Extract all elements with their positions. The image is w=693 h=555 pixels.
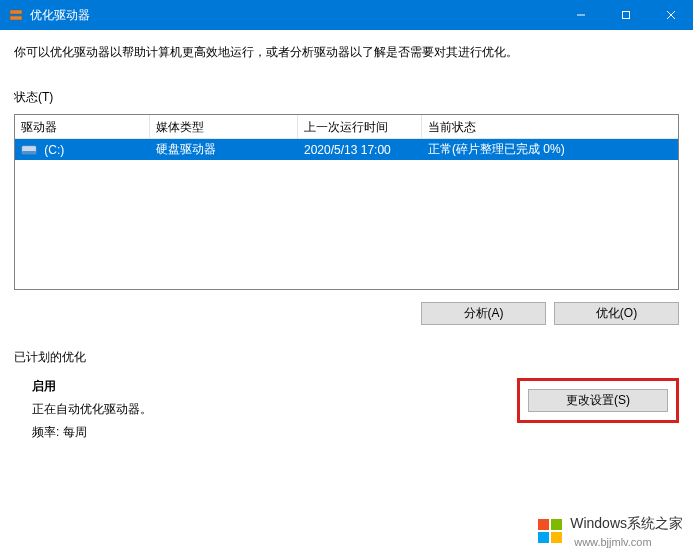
titlebar: 优化驱动器	[0, 0, 693, 30]
windows-logo-icon	[536, 517, 564, 548]
analyze-button[interactable]: 分析(A)	[421, 302, 546, 325]
minimize-button[interactable]	[558, 0, 603, 30]
table-header: 驱动器 媒体类型 上一次运行时间 当前状态	[15, 115, 678, 139]
drive-icon	[21, 144, 37, 156]
svg-point-3	[19, 17, 21, 19]
scheduled-enabled: 启用	[32, 378, 517, 395]
description-text: 你可以优化驱动器以帮助计算机更高效地运行，或者分析驱动器以了解是否需要对其进行优…	[14, 44, 679, 61]
close-button[interactable]	[648, 0, 693, 30]
window-title: 优化驱动器	[30, 7, 558, 24]
optimize-button[interactable]: 优化(O)	[554, 302, 679, 325]
drive-table: 驱动器 媒体类型 上一次运行时间 当前状态 (C:) 硬盘驱动器 2020/5/…	[14, 114, 679, 290]
table-row[interactable]: (C:) 硬盘驱动器 2020/5/13 17:00 正常(碎片整理已完成 0%…	[15, 139, 678, 160]
header-drive[interactable]: 驱动器	[15, 115, 150, 138]
content-area: 你可以优化驱动器以帮助计算机更高效地运行，或者分析驱动器以了解是否需要对其进行优…	[0, 30, 693, 441]
svg-rect-10	[538, 519, 549, 530]
scheduled-info: 启用 正在自动优化驱动器。 频率: 每周	[14, 378, 517, 441]
header-media[interactable]: 媒体类型	[150, 115, 298, 138]
svg-rect-9	[22, 151, 36, 154]
svg-rect-11	[551, 519, 562, 530]
scheduled-section: 已计划的优化 启用 正在自动优化驱动器。 频率: 每周 更改设置(S)	[14, 349, 679, 441]
cell-drive: (C:)	[15, 141, 150, 159]
svg-point-2	[19, 11, 21, 13]
watermark-url: www.bjjmlv.com	[574, 536, 651, 548]
header-lastrun[interactable]: 上一次运行时间	[298, 115, 422, 138]
svg-rect-12	[538, 532, 549, 543]
scheduled-freq: 频率: 每周	[32, 424, 517, 441]
window-controls	[558, 0, 693, 30]
maximize-button[interactable]	[603, 0, 648, 30]
svg-rect-5	[622, 12, 629, 19]
status-label: 状态(T)	[14, 89, 679, 106]
header-status[interactable]: 当前状态	[422, 115, 678, 138]
watermark-text: Windows系统之家	[570, 515, 683, 531]
action-buttons: 分析(A) 优化(O)	[14, 302, 679, 325]
drive-label: (C:)	[44, 143, 64, 157]
scheduled-desc: 正在自动优化驱动器。	[32, 401, 517, 418]
svg-rect-13	[551, 532, 562, 543]
cell-media: 硬盘驱动器	[150, 139, 298, 160]
change-settings-highlight: 更改设置(S)	[517, 378, 679, 423]
scheduled-title: 已计划的优化	[14, 349, 679, 366]
cell-status: 正常(碎片整理已完成 0%)	[422, 139, 678, 160]
app-icon	[8, 7, 24, 23]
change-settings-button[interactable]: 更改设置(S)	[528, 389, 668, 412]
cell-lastrun: 2020/5/13 17:00	[298, 141, 422, 159]
watermark: Windows系统之家 www.bjjmlv.com	[536, 515, 683, 549]
